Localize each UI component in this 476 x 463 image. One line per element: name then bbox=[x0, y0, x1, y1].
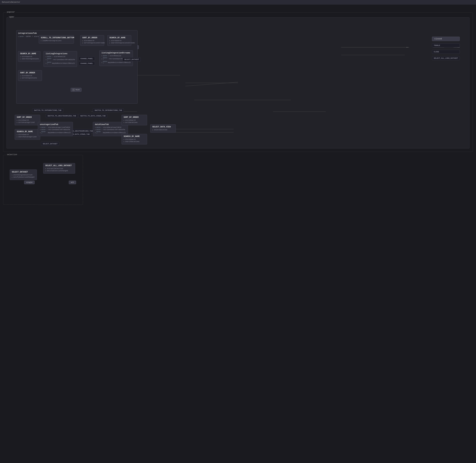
popover-panel: popover open bbox=[3, 12, 473, 152]
select-data-view-node: SELECT_DATA_VIEW ▶ selectDataView bbox=[150, 124, 176, 133]
change-panel-label-1: CHANGE_PANEL bbox=[79, 57, 95, 61]
selection-diagram: SELECT_DATASET ▶ storeSingleSelection ▶ … bbox=[7, 160, 80, 201]
select-dataset-sel-node: SELECT_DATASET ▶ storeSingleSelection ▶ … bbox=[10, 169, 37, 180]
unc-entry-1: ⊞ ENTRY / storeUncategorizedTabId bbox=[40, 127, 71, 128]
li-entry-2: ⊞ ENTRY / retrieveSearchFromCache bbox=[46, 58, 75, 61]
sort-uncategorized-3: ▶ sortUncategorized bbox=[17, 122, 38, 123]
switch-data-views-1: SWITCH_TO_DATA_VIEWS_TAB bbox=[79, 114, 107, 118]
sort-by-order-node-1: SORT_BY_ORDER ▶ storeSearch ▶ sortIntegr… bbox=[80, 35, 104, 46]
lis-entry-3: ⊞ ENTRY / maybeRestoreSearchResult bbox=[101, 61, 131, 64]
switch-labels-row-1: SWITCH_TO_INTEGRATIONS_TAB bbox=[32, 108, 63, 112]
sel-all-entry-2: ▶ notifySelectionChanged bbox=[45, 170, 73, 172]
li-entry-1: ⊞ ENTRY / storePanelId bbox=[46, 56, 75, 58]
select-all-logs-action[interactable]: SELECT_ALL_LOGS_DATASET bbox=[432, 56, 460, 60]
select-dataset-label-right: SELECT_DATASET bbox=[122, 58, 141, 61]
sort-by-order-node-2: SORT_BY_ORDER ▶ storeSearch ▶ sortIntegr… bbox=[18, 70, 42, 81]
hist-badge-bottom[interactable]: ⊞ hist bbox=[71, 88, 82, 92]
search-by-name-node-1: SEARCH_BY_NAME ▶ storeSearch ▶ searchInt… bbox=[107, 35, 131, 46]
open-label: open bbox=[8, 16, 15, 18]
sel-ds-entry-2: ▶ notifySelectionChanged bbox=[12, 176, 35, 178]
open-panel: open bbox=[7, 17, 469, 148]
svg-line-4 bbox=[185, 82, 238, 86]
integrations-tab-inner: SCROLL_TO_INTEGRATIONS_BOTTOM ▶ loadMore… bbox=[18, 35, 136, 104]
top-bar: DatasetsSelector bbox=[0, 0, 476, 4]
all-badge: all bbox=[69, 181, 76, 184]
selection-panel: selection SELECT_DATASET ▶ storeSingleSe… bbox=[3, 155, 83, 205]
unc-entry-3: ⊞ ENTRY / maybeRestoreSearchResult bbox=[40, 131, 71, 134]
side-actions: closed TOGGLE CLOSE SELECT_ALL_LOGS_DATA… bbox=[432, 37, 460, 60]
lis-entry-1: ⊞ ENTRY / storePanelId bbox=[101, 55, 131, 57]
app-title: DatasetsSelector bbox=[2, 1, 20, 3]
search-integrations-2: ▶ searchIntegrations bbox=[20, 58, 38, 60]
sort-by-order-node-4: SORT_BY_ORDER ▶ storeSearch ▶ sortDataVi… bbox=[121, 115, 147, 125]
search-store-3: ▶ storeSearch bbox=[17, 134, 38, 135]
listing-integrations-node: listingIntegrations ⊞ ENTRY / storePanel… bbox=[44, 51, 77, 67]
closed-badge: closed bbox=[432, 37, 460, 41]
diagram-area: ⊞ hist TOGGLE integrationsTab ⊞ ENTRY / … bbox=[10, 21, 466, 145]
switch-uncategorized-1: SWITCH_TO_UNCATEGORIZED_TAB bbox=[46, 114, 78, 118]
popover-label: popover bbox=[6, 11, 16, 13]
sort-store-search-1: ▶ storeSearch bbox=[82, 40, 102, 42]
search-store-search-1: ▶ storeSearch bbox=[110, 40, 129, 42]
switch-labels-row-2: SWITCH_TO_INTEGRATIONS_TAB bbox=[93, 108, 124, 112]
switch-integrations-2: SWITCH_TO_INTEGRATIONS_TAB bbox=[93, 108, 124, 112]
single-badge: single bbox=[24, 181, 35, 184]
switch-integrations-1: SWITCH_TO_INTEGRATIONS_TAB bbox=[32, 108, 63, 112]
sort-integrations-2: ▶ sortIntegrations bbox=[20, 77, 40, 79]
sel-ds-entry-1: ▶ storeSingleSelection bbox=[12, 174, 35, 176]
sort-data-views-4: ▶ sortDataViews bbox=[124, 122, 145, 123]
change-panel-label-2: CHANGE_PANEL bbox=[79, 62, 95, 65]
li-entry-3: ⊞ ENTRY / maybeRestoreSearchResult bbox=[46, 62, 75, 65]
hist-icon-bottom: ⊞ bbox=[73, 89, 75, 91]
scroll-to-bottom-node: SCROLL_TO_INTEGRATIONS_BOTTOM ▶ loadMore… bbox=[39, 35, 74, 44]
sdv-entry-1: ▶ selectDataView bbox=[152, 129, 174, 131]
selection-label: selection bbox=[6, 153, 18, 156]
sort-by-order-node-3: SORT_BY_ORDER ▶ storeSearch ▶ sortUncate… bbox=[15, 115, 40, 125]
search-uncategorized-3: ▶ searchUncategorized bbox=[17, 136, 38, 138]
search-integrations-streams-1: ▶ searchIntegrationsStreams bbox=[110, 42, 129, 44]
sel-all-entry-1: ▶ storeAllSelection bbox=[45, 168, 73, 169]
select-dataset-bottom: SELECT_DATASET bbox=[41, 142, 59, 146]
search-store-4: ▶ storeSearch bbox=[124, 139, 145, 140]
dv-entry-2: ⊞ ENTRY / retrieveSearchFromCache bbox=[95, 129, 126, 131]
select-all-logs-sel-node: SELECT_ALL_LOGS_DATASET ▶ storeAllSelect… bbox=[43, 163, 75, 174]
search-by-name-node-2: SEARCH_BY_NAME ▶ storeSearch ▶ searchInt… bbox=[18, 51, 40, 62]
main-content: popover open bbox=[0, 4, 476, 211]
toggle-action-label[interactable]: TOGGLE bbox=[432, 44, 460, 47]
sort-store-4: ▶ storeSearch bbox=[124, 119, 145, 121]
sort-store-2: ▶ storeSearch bbox=[20, 75, 40, 77]
search-by-name-node-4: SEARCH_BY_NAME ▶ storeSearch ▶ searchDat… bbox=[121, 134, 147, 144]
search-data-views-4: ▶ searchDataViews bbox=[124, 141, 145, 142]
sort-integration-streams-1: ▶ sortIntegrationStreams bbox=[82, 42, 102, 44]
search-store-2: ▶ storeSearch bbox=[20, 56, 38, 58]
dv-entry-1: ⊞ ENTRY / storeDataViewsTabId bbox=[95, 127, 126, 128]
load-more-entry: ▶ loadMoreIntegrations bbox=[41, 40, 72, 42]
dv-entry-3: ⊞ ENTRY / maybeRestoreSearchResult bbox=[95, 131, 126, 134]
close-action-label[interactable]: CLOSE bbox=[432, 50, 460, 54]
integrations-tab-title: integrationsTab bbox=[18, 32, 136, 35]
uncategorized-tab-node: uncategorizedTab ⊞ ENTRY / storeUncatego… bbox=[38, 122, 73, 136]
integrations-tab-box: integrationsTab ⊞ ENTRY / ENTRY / storeI… bbox=[16, 30, 137, 104]
search-by-name-node-3: SEARCH_BY_NAME ▶ storeSearch ▶ searchUnc… bbox=[15, 129, 40, 140]
unc-entry-2: ⊞ ENTRY / retrieveSearchFromCache bbox=[40, 129, 71, 131]
sort-store-3: ▶ storeSearch bbox=[17, 119, 38, 121]
